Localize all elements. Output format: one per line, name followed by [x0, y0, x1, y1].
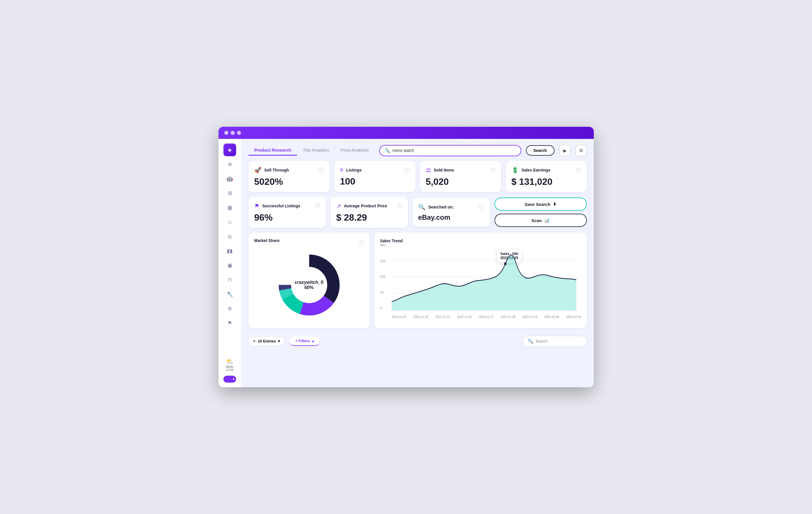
x-label-2: 2022-11-18	[413, 315, 428, 318]
trend-icon: ↗	[336, 202, 341, 209]
donut-center-name: crazywitch_0	[295, 280, 324, 285]
browser-dot-2	[231, 131, 235, 135]
weather-widget: ⛅ Berlin 11:54	[224, 355, 236, 374]
stat-card-sell-through: 🚀 Sell Through ? 5020%	[249, 161, 330, 192]
search-stat-icon: 🔍	[418, 204, 426, 210]
stat-help[interactable]: ?	[397, 203, 402, 208]
play-button[interactable]: ▶	[559, 145, 571, 156]
stat-header: 💲 Sales Earnings ?	[512, 167, 581, 174]
y-label-0: 0	[380, 306, 385, 310]
y-label-75: 75	[380, 291, 385, 294]
x-label-5: 2022-11-27	[479, 315, 494, 318]
market-share-help[interactable]: ?	[359, 240, 364, 246]
sidebar-icon-target[interactable]: ◎	[224, 230, 236, 243]
stat-header: ⚖ Sold Items ?	[426, 167, 495, 174]
play-icon: ▶	[563, 148, 567, 153]
stats-grid: 🚀 Sell Through ? 5020% ≡ Listings ? 100	[249, 161, 587, 192]
y-label-225: 225	[380, 259, 385, 263]
searched-on-value: eBay.com	[418, 214, 484, 221]
logo-icon: ◈	[228, 147, 232, 153]
avg-price-value: $ 28.29	[336, 213, 402, 222]
sidebar-icon-gem[interactable]: ◇	[224, 216, 236, 228]
bottom-bar: ≡ 10 Entries ▾ + Filters ▴ 🔍	[249, 333, 587, 349]
sidebar-icon-flag[interactable]: ⚑	[224, 317, 236, 330]
entries-label: 10 Entries	[258, 339, 276, 343]
stat-card-successful-listings: ⚑ Successful Listings ? 96%	[249, 197, 326, 228]
stat-label: Sell Through	[264, 168, 289, 172]
sold-items-value: 5,020	[426, 177, 495, 186]
x-label-3: 2022-11-21	[435, 315, 450, 318]
target-icon: ◎	[228, 233, 232, 240]
scan-label: Scan	[531, 218, 542, 223]
stat-label: Average Product Price	[344, 204, 387, 208]
bottom-search-bar[interactable]: 🔍	[523, 336, 587, 346]
search-button[interactable]: Search	[526, 145, 554, 155]
save-label: Save Search	[524, 202, 550, 207]
search-bar[interactable]: 🔍	[379, 145, 521, 156]
y-label-150: 150	[380, 275, 385, 278]
stat-help[interactable]: ?	[479, 204, 484, 210]
tab-price-analytics[interactable]: Price Analytics	[335, 145, 375, 155]
flag-stat-icon: ⚑	[254, 202, 260, 209]
sales-earnings-value: $ 131,020	[512, 177, 581, 186]
weather-icon: ⛅	[226, 358, 234, 365]
charts-section: Market Share ?	[249, 232, 587, 328]
sidebar-icon-robot[interactable]: 🤖	[224, 172, 236, 185]
gavel-icon: ⚖	[426, 167, 431, 174]
sidebar-icon-table[interactable]: ▦	[224, 201, 236, 214]
robot-icon: 🤖	[227, 176, 233, 182]
stat-card-avg-price: ↗ Average Product Price ? $ 28.29	[330, 197, 408, 228]
stat-label: Sold Items	[434, 168, 454, 172]
save-search-button[interactable]: Save Search ⬇	[494, 198, 587, 211]
stat-help[interactable]: ?	[490, 168, 495, 173]
market-share-title: Market Share	[254, 238, 280, 243]
theme-toggle[interactable]	[224, 376, 236, 382]
settings-button[interactable]: ⚙	[575, 145, 587, 156]
app-container: ◈ ⊕ 🤖 ⊞ ▦ ◇ ◎ ▮▮ ▣	[219, 139, 594, 387]
sidebar-icon-settings[interactable]: ⚙	[224, 302, 236, 315]
line-chart-container: Sales · 500 2022-11-29 300 225 150 75 0	[380, 244, 581, 318]
donut-center-pct: 60%	[304, 285, 314, 290]
action-buttons: Save Search ⬇ Scan 📊	[494, 198, 587, 227]
sidebar-icon-bar-chart[interactable]: ▮▮	[224, 245, 236, 257]
tab-product-research[interactable]: Product Research	[249, 145, 297, 155]
search-circle-icon: ⊕	[228, 161, 232, 168]
stat-card-sold-items: ⚖ Sold Items ? 5,020	[420, 161, 501, 192]
browser-chrome	[219, 127, 594, 139]
main-content: Product Research Title Analytics Price A…	[241, 139, 594, 387]
top-nav: Product Research Title Analytics Price A…	[249, 145, 587, 156]
stat-help[interactable]: ?	[404, 168, 410, 173]
chevron-down-icon: ▾	[278, 339, 280, 343]
scan-button[interactable]: Scan 📊	[494, 214, 587, 227]
sidebar-icon-layout[interactable]: ▣	[224, 259, 236, 272]
stat-help[interactable]: ?	[319, 168, 324, 173]
x-label-6: 2022-11-30	[500, 315, 515, 318]
filters-button[interactable]: + Filters ▴	[290, 336, 320, 346]
sidebar-icon-search[interactable]: ⊕	[224, 158, 236, 171]
tab-title-analytics[interactable]: Title Analytics	[297, 145, 335, 155]
flag-icon: ⚑	[228, 320, 232, 326]
x-label-7: 2022-12-03	[522, 315, 537, 318]
stat-help[interactable]: ?	[315, 203, 320, 208]
donut-center: crazywitch_0 60%	[295, 280, 324, 290]
stat-header: ⚑ Successful Listings ?	[254, 202, 320, 209]
stat-help[interactable]: ?	[576, 168, 581, 173]
sidebar-icon-wrench[interactable]: 🔧	[224, 288, 236, 301]
sidebar-icon-logo[interactable]: ◈	[224, 144, 236, 156]
stat-header: 🔍 Searched on: ?	[418, 204, 484, 210]
entries-select[interactable]: ≡ 10 Entries ▾	[249, 336, 285, 346]
nav-tabs: Product Research Title Analytics Price A…	[249, 145, 375, 155]
sidebar-icon-graduate[interactable]: ⊓	[224, 274, 236, 286]
sell-through-value: 5020%	[254, 177, 324, 186]
secondary-stats: ⚑ Successful Listings ? 96% ↗ Average Pr…	[249, 197, 587, 228]
sidebar-bottom: ⛅ Berlin 11:54	[224, 355, 236, 382]
sidebar-icon-grid[interactable]: ⊞	[224, 187, 236, 200]
x-label-4: 2022-11-24	[457, 315, 472, 318]
search-input[interactable]	[393, 148, 516, 153]
stat-card-searched-on: 🔍 Searched on: ? eBay.com	[412, 198, 490, 227]
line-chart-svg	[392, 244, 581, 310]
stat-header: ↗ Average Product Price ?	[336, 202, 402, 209]
stat-label: Listings	[346, 168, 362, 172]
stat-header: ≡ Listings ?	[340, 167, 410, 173]
bottom-search-input[interactable]	[536, 339, 582, 343]
